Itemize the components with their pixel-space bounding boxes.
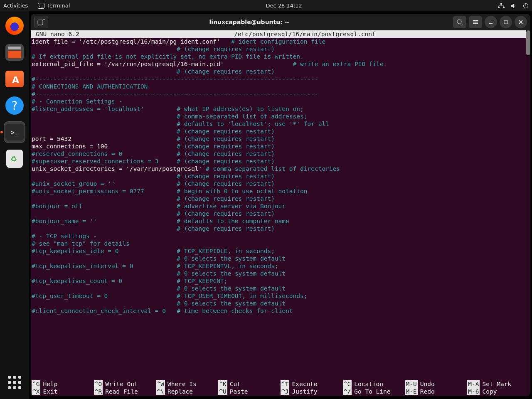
comment-text: #tcp_keepalives_interval = 0 # TCP_KEEPI…	[32, 263, 278, 269]
shortcut-label: Where Is	[167, 380, 197, 388]
close-button[interactable]	[515, 16, 527, 28]
editor-line[interactable]: #unix_socket_group = '' # (change requir…	[32, 180, 530, 187]
shortcut-key: ^T	[281, 380, 289, 388]
editor-line[interactable]: # (change requires restart)	[32, 45, 530, 53]
editor-line[interactable]: # 0 selects the system default	[32, 300, 530, 307]
terminal-scrollbar[interactable]	[526, 30, 530, 396]
nano-shortcut: ^WWhere Is	[156, 380, 219, 388]
editor-line[interactable]: # (change requires restart)	[32, 225, 530, 232]
comment-text: # - TCP settings -	[32, 233, 97, 239]
help-launcher[interactable]: ?	[4, 95, 25, 116]
minimize-button[interactable]	[485, 16, 497, 28]
software-launcher[interactable]	[4, 69, 25, 89]
editor-line[interactable]: #reserved_connections = 0 # (change requ…	[32, 150, 530, 158]
window-title: linuxcapable@ubuntu: ~	[48, 19, 451, 25]
editor-line[interactable]: #---------------------------------------…	[32, 90, 530, 98]
active-app-label: Terminal	[47, 2, 70, 9]
comment-text: # (change requires restart)	[177, 68, 275, 75]
new-tab-button[interactable]	[34, 16, 48, 28]
editor-line[interactable]: ident_file = '/etc/postgresql/16/main/pg…	[32, 38, 530, 45]
network-icon[interactable]	[498, 3, 505, 9]
editor-line[interactable]: # (change requires restart)	[32, 68, 530, 75]
editor-line[interactable]: # (change requires restart)	[32, 210, 530, 217]
nano-filepath: /etc/postgresql/16/main/postgresql.conf	[79, 30, 530, 38]
editor-line[interactable]: # defaults to 'localhost'; use '*' for a…	[32, 120, 530, 128]
comment-text: #superuser_reserved_connections = 3 # (c…	[32, 158, 275, 165]
comment-text: #tcp_keepalives_count = 0 # TCP_KEEPCNT;	[32, 278, 227, 284]
editor-line[interactable]: # (change requires restart)	[32, 195, 530, 202]
code-text	[32, 46, 177, 52]
editor-line[interactable]: # 0 selects the system default	[32, 255, 530, 262]
comment-text: # (change requires restart)	[177, 225, 275, 232]
terminal-launcher[interactable]: >_	[4, 122, 25, 143]
editor-line[interactable]: external_pid_file = '/var/run/postgresql…	[32, 60, 530, 68]
activities-button[interactable]: Activities	[3, 2, 28, 9]
firefox-launcher[interactable]	[4, 15, 25, 36]
search-button[interactable]	[453, 16, 466, 28]
editor-line[interactable]: # 0 selects the system default	[32, 270, 530, 277]
nano-shortcut: ^GHelp	[32, 380, 94, 388]
active-app-indicator[interactable]: Terminal	[38, 2, 70, 9]
svg-line-11	[461, 23, 463, 25]
code-text: unix_socket_directories = '/var/run/post…	[32, 165, 206, 172]
shortcut-key: M-6	[467, 388, 480, 395]
svg-rect-4	[503, 7, 505, 8]
editor-line[interactable]: #superuser_reserved_connections = 3 # (c…	[32, 158, 530, 165]
nano-shortcut: ^KCut	[218, 380, 281, 388]
trash-launcher[interactable]	[4, 148, 25, 169]
editor-line[interactable]: # - Connection Settings -	[32, 98, 530, 105]
editor-line[interactable]: unix_socket_directories = '/var/run/post…	[32, 165, 530, 172]
window-titlebar: linuxcapable@ubuntu: ~	[31, 14, 530, 30]
editor-line[interactable]: #tcp_user_timeout = 0 # TCP_USER_TIMEOUT…	[32, 292, 530, 300]
maximize-icon	[503, 20, 508, 25]
nano-editor-body[interactable]: ident_file = '/etc/postgresql/16/main/pg…	[31, 38, 530, 315]
terminal-content[interactable]: GNU nano 6.2 /etc/postgresql/16/main/pos…	[31, 30, 530, 396]
code-text: max_connections = 100	[32, 143, 177, 150]
comment-text: #tcp_keepalives_idle = 0 # TCP_KEEPIDLE,…	[32, 248, 275, 254]
hamburger-menu-button[interactable]	[469, 16, 482, 28]
comment-text: # - Connection Settings -	[32, 98, 122, 105]
comment-text: # 0 selects the system default	[177, 285, 286, 292]
editor-line[interactable]: # If external_pid_file is not explicitly…	[32, 53, 530, 60]
comment-text: # (change requires restart)	[177, 135, 275, 142]
shortcut-label: Location	[354, 380, 383, 388]
files-launcher[interactable]	[4, 42, 25, 63]
comment-text: # comma-separated list of directories	[206, 165, 340, 172]
nano-app-version: GNU nano 6.2	[31, 30, 79, 38]
search-icon	[456, 19, 463, 25]
editor-line[interactable]: #client_connection_check_interval = 0 # …	[32, 307, 530, 315]
editor-line[interactable]: # - TCP settings -	[32, 232, 530, 240]
comment-text: # (change requires restart)	[177, 195, 275, 202]
editor-line[interactable]: #---------------------------------------…	[32, 75, 530, 83]
editor-line[interactable]: # 0 selects the system default	[32, 285, 530, 292]
editor-line[interactable]: # (change requires restart)	[32, 172, 530, 180]
power-icon[interactable]	[523, 3, 529, 9]
shortcut-label: Help	[43, 380, 57, 388]
shortcut-label: Justify	[292, 388, 317, 395]
editor-line[interactable]: # CONNECTIONS AND AUTHENTICATION	[32, 83, 530, 90]
editor-line[interactable]: #tcp_keepalives_idle = 0 # TCP_KEEPIDLE,…	[32, 247, 530, 255]
editor-line[interactable]: #bonjour_name = '' # defaults to the com…	[32, 217, 530, 225]
code-text	[32, 300, 177, 307]
editor-line[interactable]: #tcp_keepalives_count = 0 # TCP_KEEPCNT;	[32, 277, 530, 285]
editor-line[interactable]: port = 5432 # (change requires restart)	[32, 135, 530, 143]
clock[interactable]: Dec 28 14:12	[70, 2, 498, 9]
terminal-dock-icon: >_	[5, 124, 24, 140]
maximize-button[interactable]	[500, 16, 512, 28]
show-applications-button[interactable]	[6, 374, 23, 391]
scrollbar-thumb[interactable]	[526, 30, 530, 55]
editor-line[interactable]: #listen_addresses = 'localhost' # what I…	[32, 105, 530, 113]
editor-line[interactable]: #unix_socket_permissions = 0777 # begin …	[32, 187, 530, 195]
editor-line[interactable]: # see "man tcp" for details	[32, 240, 530, 247]
comment-text: # (change requires restart)	[177, 46, 275, 52]
editor-line[interactable]: # comma-separated list of addresses;	[32, 113, 530, 120]
shortcut-key: M-A	[467, 380, 480, 388]
editor-line[interactable]: max_connections = 100 # (change requires…	[32, 143, 530, 150]
code-text	[32, 225, 177, 232]
editor-line[interactable]: #tcp_keepalives_interval = 0 # TCP_KEEPI…	[32, 262, 530, 270]
editor-line[interactable]: #bonjour = off # advertise server via Bo…	[32, 202, 530, 210]
comment-text: # (change requires restart)	[177, 173, 275, 180]
volume-icon[interactable]	[510, 3, 517, 9]
editor-line[interactable]: # (change requires restart)	[32, 128, 530, 135]
nano-shortcut: ^CLocation	[343, 380, 405, 388]
